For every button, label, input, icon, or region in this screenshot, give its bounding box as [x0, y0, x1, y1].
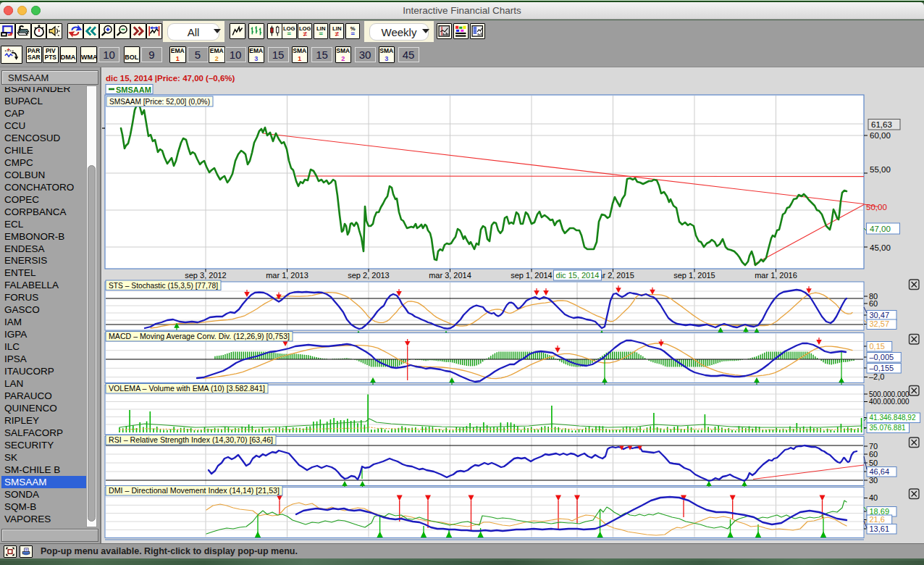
svg-text:dic 15, 2014: dic 15, 2014: [556, 271, 600, 280]
svg-text:MACD – Moving Average Conv. Di: MACD – Moving Average Conv. Div. (12,26,…: [109, 332, 290, 340]
svg-text:–0,155: –0,155: [870, 364, 894, 372]
svg-text:sep 1, 2014: sep 1, 2014: [511, 271, 553, 280]
svg-text:dic 15, 2014 |Price: 47,00 (–0: dic 15, 2014 |Price: 47,00 (–0,6%): [106, 74, 235, 83]
svg-text:sep 3, 2012: sep 3, 2012: [185, 271, 227, 280]
svg-text:60: 60: [869, 450, 878, 459]
svg-text:32,57: 32,57: [870, 319, 890, 328]
svg-text:60,00: 60,00: [870, 131, 891, 140]
svg-text:mar 1, 2016: mar 1, 2016: [755, 271, 797, 280]
svg-text:47,00: 47,00: [870, 225, 891, 233]
svg-text:400.000.000: 400.000.000: [869, 398, 910, 406]
svg-text:SMSAAM [Price: 52,00] (0,0%): SMSAAM [Price: 52,00] (0,0%): [109, 97, 210, 106]
svg-text:RSI – Relative Strength Index: RSI – Relative Strength Index (14,30,70)…: [109, 435, 273, 444]
svg-text:0,15: 0,15: [870, 342, 885, 351]
svg-text:18,69: 18,69: [870, 507, 890, 516]
svg-text:sep 1, 2015: sep 1, 2015: [673, 271, 715, 280]
svg-text:sep 2, 2013: sep 2, 2013: [348, 271, 390, 280]
svg-text:21,6: 21,6: [870, 515, 885, 524]
svg-text:30: 30: [869, 476, 878, 485]
svg-text:DMI – Directional Movement Ind: DMI – Directional Movement Index (14,14)…: [109, 486, 280, 495]
svg-text:50,00: 50,00: [866, 203, 887, 212]
svg-text:mar 1, 2013: mar 1, 2013: [266, 271, 308, 280]
svg-text:35.076.881: 35.076.881: [870, 424, 906, 432]
svg-text:SMSAAM: SMSAAM: [116, 85, 151, 94]
svg-text:45,00: 45,00: [870, 243, 891, 252]
svg-text:40: 40: [869, 493, 878, 502]
svg-text:60: 60: [869, 299, 878, 308]
svg-text:STS – Stochastic (15,3,5) [77,: STS – Stochastic (15,3,5) [77,78]: [109, 281, 218, 290]
svg-text:VOLEMA – Volume with EMA (10): VOLEMA – Volume with EMA (10) [3.582.841…: [109, 384, 265, 393]
svg-text:41.346.848,92: 41.346.848,92: [870, 414, 916, 422]
svg-text:55,00: 55,00: [870, 165, 891, 174]
svg-text:61,63: 61,63: [871, 120, 892, 129]
svg-text:500.000.000: 500.000.000: [869, 390, 910, 398]
svg-text:mar 3, 2014: mar 3, 2014: [429, 271, 471, 280]
svg-text:13,61: 13,61: [870, 524, 890, 533]
svg-text:50: 50: [869, 459, 878, 467]
svg-text:30,47: 30,47: [870, 311, 890, 319]
svg-text:46,64: 46,64: [870, 467, 890, 476]
svg-text:–0,005: –0,005: [870, 353, 894, 361]
svg-text:–2,0: –2,0: [869, 372, 884, 381]
